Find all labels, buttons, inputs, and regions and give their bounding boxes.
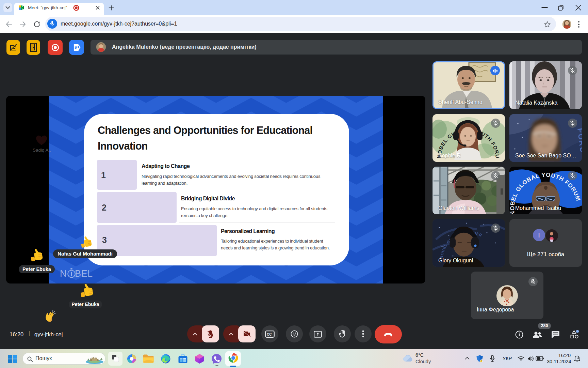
svg-text:CC: CC <box>267 333 272 336</box>
